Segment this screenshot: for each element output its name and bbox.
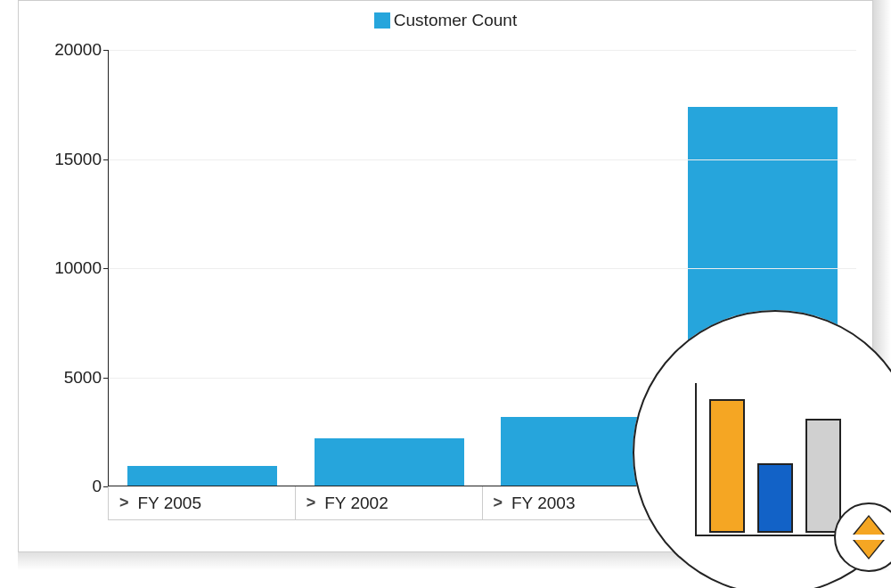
y-tick-label: 5000 <box>30 368 102 388</box>
x-axis-label: FY 2002 <box>324 494 388 513</box>
y-tickmark <box>103 268 109 269</box>
x-axis-label: FY 2005 <box>138 494 201 513</box>
gridline <box>109 159 856 160</box>
bar[interactable] <box>127 466 277 486</box>
legend: Customer Count <box>19 10 872 30</box>
y-tick-label: 15000 <box>30 150 102 169</box>
chevron-right-icon: > <box>494 494 503 512</box>
y-tickmark <box>103 50 109 51</box>
mini-bar-orange <box>709 399 745 533</box>
mini-bar-blue <box>757 463 793 533</box>
x-axis-drilldown-button[interactable]: >FY 2005 <box>108 486 296 520</box>
gridline <box>109 268 856 269</box>
y-tickmark <box>103 159 109 160</box>
chevron-right-icon: > <box>119 494 129 512</box>
chevron-right-icon: > <box>307 494 316 512</box>
y-tick-label: 10000 <box>30 258 102 278</box>
bar[interactable] <box>501 417 650 486</box>
y-tickmark <box>103 378 109 379</box>
x-axis-drilldown-button[interactable]: >FY 2002 <box>295 486 483 520</box>
y-tick-label: 0 <box>30 477 102 496</box>
sort-icon <box>834 502 891 572</box>
mini-bar-grey <box>805 419 841 533</box>
gridline <box>109 50 856 51</box>
x-axis-label: FY 2003 <box>511 494 575 513</box>
legend-label: Customer Count <box>394 11 517 29</box>
y-tick-label: 20000 <box>30 40 102 60</box>
legend-swatch <box>374 12 390 29</box>
mini-bar-chart-icon <box>695 383 859 536</box>
bar[interactable] <box>315 438 464 486</box>
mini-y-axis <box>695 383 697 536</box>
sort-up-icon <box>854 517 883 535</box>
sort-down-icon <box>854 540 883 558</box>
